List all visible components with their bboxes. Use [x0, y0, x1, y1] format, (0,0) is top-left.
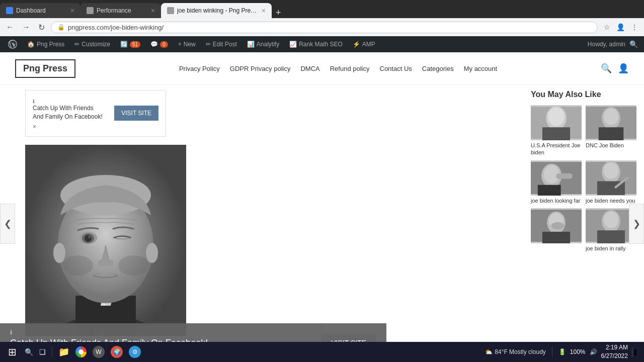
site-icon: 🏠 [27, 41, 35, 48]
taskbar-chrome[interactable] [73, 344, 89, 359]
nav-refund[interactable]: Refund policy [330, 65, 370, 72]
related-item-2[interactable]: DNC Joe Biden [586, 105, 636, 156]
amp-icon: ⚡ [353, 41, 360, 48]
svg-point-10 [88, 235, 91, 238]
wp-admin-comments[interactable]: 💬 0 [146, 36, 172, 52]
back-button[interactable]: ← [4, 22, 16, 33]
sidebar-title: You May Also Like [531, 90, 636, 99]
svg-point-39 [551, 222, 564, 230]
tab-pngpress[interactable]: joe biden winking - Png Press pr... × [161, 3, 272, 18]
nav-icons: ☆ 👤 ⋮ [602, 22, 640, 32]
tab-close-performance[interactable]: × [151, 7, 155, 15]
wp-admin-edit-post[interactable]: ✏ Edit Post [202, 36, 241, 52]
ad-close-button[interactable]: × [33, 123, 104, 130]
rank-math-label: Rank Math SEO [299, 41, 343, 48]
related-item-4[interactable]: joe biden needs you [586, 160, 636, 204]
visit-site-button[interactable]: VISIT SITE [114, 106, 158, 121]
tab-bar: Dashboard × Performance × joe biden wink… [0, 0, 644, 18]
nav-dmca[interactable]: DMCA [300, 65, 319, 72]
wp-admin-amp[interactable]: ⚡ AMP [349, 36, 379, 52]
taskbar-divider-2 [552, 347, 552, 357]
right-arrow-icon: ❯ [633, 218, 640, 229]
tab-close-dashboard[interactable]: × [70, 7, 74, 15]
site-label: Png Press [37, 41, 64, 48]
tab-performance[interactable]: Performance × [80, 3, 161, 18]
start-button[interactable]: ⊞ [4, 345, 21, 359]
main-image [25, 145, 186, 336]
svg-rect-27 [538, 185, 561, 195]
related-item-5[interactable] [531, 208, 582, 252]
svg-point-24 [604, 109, 618, 125]
taskbar-icon-circle-3: ⚙ [129, 346, 141, 358]
related-thumb-1 [531, 105, 582, 140]
desktop-icon: ▌ [634, 349, 638, 355]
related-item-1[interactable]: U.S.A President Joe biden [531, 105, 582, 156]
ad-text: Catch Up With Friends And Family On Face… [33, 104, 104, 121]
wp-logo-item[interactable] [4, 36, 21, 52]
nav-my-account[interactable]: My account [464, 65, 497, 72]
extensions-button[interactable]: ☆ [602, 22, 612, 32]
weather-text: 84°F Mostly cloudy [495, 348, 546, 355]
admin-search-button[interactable]: 🔍 [627, 39, 640, 49]
wp-admin-site[interactable]: 🏠 Png Press [23, 36, 68, 52]
updates-badge: 51 [130, 41, 140, 48]
lock-icon: 🔒 [57, 24, 65, 31]
svg-rect-29 [556, 173, 573, 178]
show-desktop-button[interactable]: ▌ [632, 347, 640, 357]
profile-button[interactable]: 👤 [614, 22, 627, 32]
nav-gdpr[interactable]: GDPR Privacy policy [230, 65, 291, 72]
url-bar[interactable]: 🔒 pngpress.com/joe-biden-winking/ [51, 22, 598, 33]
nav-privacy-policy[interactable]: Privacy Policy [179, 65, 220, 72]
taskbar-task-view[interactable]: ❑ [37, 346, 48, 358]
svg-point-43 [604, 211, 618, 228]
right-sidebar: You May Also Like U.S.A President Joe bi… [523, 85, 644, 362]
site-header-icons: 🔍 👤 [601, 63, 629, 74]
tab-title-pngpress: joe biden winking - Png Press pr... [177, 7, 259, 14]
related-label-2: DNC Joe Biden [586, 142, 636, 149]
taskbar-app-1[interactable]: W [91, 344, 107, 360]
tab-dashboard[interactable]: Dashboard × [0, 3, 80, 18]
refresh-button[interactable]: ↻ [36, 22, 47, 33]
taskbar-app-2[interactable]: 🌍 [109, 344, 125, 360]
menu-button[interactable]: ⋮ [629, 22, 640, 32]
svg-point-13 [53, 243, 65, 263]
wp-admin-customize[interactable]: ✏ Customize [70, 36, 114, 52]
ad-info: ℹ [33, 99, 104, 104]
tab-close-pngpress[interactable]: × [262, 7, 266, 15]
wp-logo-icon [8, 40, 17, 49]
related-thumb-3 [531, 160, 582, 196]
nav-bar: ← → ↻ 🔒 pngpress.com/joe-biden-winking/ … [0, 18, 644, 36]
new-icon: + [178, 41, 182, 48]
taskbar-right: ⛅ 84°F Mostly cloudy 🔋 100% 🔊 2:19 AM 6/… [485, 343, 640, 360]
nav-categories[interactable]: Categories [422, 65, 454, 72]
search-button[interactable]: 🔍 [601, 63, 612, 74]
customize-label: Customize [82, 41, 110, 48]
wp-admin-analytify[interactable]: 📊 Analytify [243, 36, 283, 52]
rank-math-icon: 📈 [289, 41, 297, 48]
time-text: 2:19 AM [601, 343, 628, 352]
wp-admin-updates[interactable]: 🔄 51 [116, 36, 144, 52]
site-nav: Privacy Policy GDPR Privacy policy DMCA … [179, 65, 497, 72]
related-label-6: joe biden in rally [586, 245, 636, 252]
taskbar-time: 2:19 AM 6/27/2022 [601, 343, 628, 360]
taskbar-app-3[interactable]: ⚙ [127, 344, 143, 360]
taskbar-file-explorer[interactable]: 📁 [56, 344, 71, 359]
next-arrow[interactable]: ❯ [629, 204, 644, 244]
account-button[interactable]: 👤 [618, 63, 629, 74]
wp-admin-new[interactable]: + New [174, 36, 200, 52]
nav-contact[interactable]: Contact Us [380, 65, 412, 72]
related-label-3: joe biden looking far [531, 197, 582, 204]
svg-rect-42 [597, 230, 625, 243]
url-text: pngpress.com/joe-biden-winking/ [68, 24, 591, 31]
taskbar-divider [52, 347, 52, 357]
related-grid: U.S.A President Joe biden DNC Joe Biden [531, 105, 636, 252]
prev-arrow[interactable]: ❮ [0, 204, 15, 244]
new-tab-button[interactable]: + [272, 8, 285, 18]
site-logo[interactable]: Png Press [15, 59, 75, 78]
wp-admin-rank-math[interactable]: 📈 Rank Math SEO [285, 36, 347, 52]
taskbar-search[interactable]: 🔍 [23, 346, 35, 358]
related-item-3[interactable]: joe biden looking far [531, 160, 582, 204]
updates-icon: 🔄 [120, 41, 128, 48]
forward-button[interactable]: → [20, 22, 32, 33]
tab-title-dashboard: Dashboard [16, 7, 67, 14]
